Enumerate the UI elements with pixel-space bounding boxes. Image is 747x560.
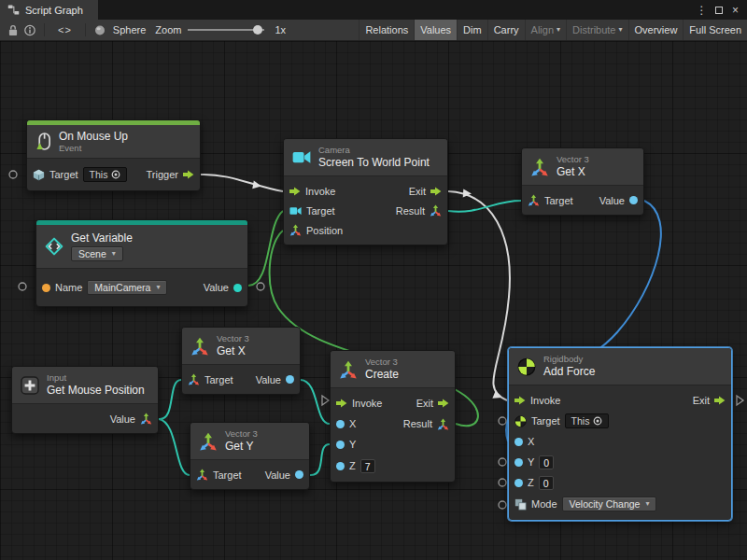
node-get-variable[interactable]: Get Variable Scene ▾ Name MainCamera ▾ bbox=[35, 219, 248, 307]
close-icon[interactable]: × bbox=[728, 3, 742, 17]
toolbar-button-carry[interactable]: Carry bbox=[487, 20, 525, 40]
rigidbody-port-icon[interactable] bbox=[514, 415, 527, 427]
vector3-port-icon[interactable] bbox=[528, 194, 540, 206]
port-label-value: Value bbox=[265, 469, 290, 481]
node-get-mouse-position[interactable]: Input Get Mouse Position Value bbox=[11, 366, 159, 434]
vector3-port-icon[interactable] bbox=[430, 204, 442, 217]
target-icon bbox=[111, 170, 120, 179]
y-value-field[interactable]: 0 bbox=[539, 455, 554, 469]
toolbar-button-distribute[interactable]: Distribute ▾ bbox=[566, 20, 627, 40]
zoom-slider[interactable] bbox=[188, 23, 268, 36]
chevron-down-icon: ▾ bbox=[112, 250, 116, 258]
kebab-menu-icon[interactable]: ⋮ bbox=[695, 3, 709, 17]
node-get-y[interactable]: Vector 3 Get Y Target Value bbox=[190, 422, 310, 490]
graph-canvas[interactable]: On Mouse Up Event Target This Tri bbox=[0, 41, 747, 560]
wire-getx-to-create-x[interactable] bbox=[301, 380, 330, 424]
enum-port-icon[interactable] bbox=[514, 498, 527, 511]
node-create-vector3[interactable]: Vector 3 Create Invoke Exit bbox=[330, 350, 456, 483]
wire-mouse-to-gety[interactable] bbox=[159, 419, 190, 475]
wire-camera-exit-to-addforce-invoke[interactable] bbox=[448, 191, 510, 400]
wire-gety-to-create-y[interactable] bbox=[310, 444, 330, 475]
flow-output-port[interactable] bbox=[438, 399, 449, 408]
toolbar-button-overview[interactable]: Overview bbox=[628, 20, 684, 40]
float-input-port[interactable] bbox=[514, 458, 523, 467]
value-output-port[interactable] bbox=[233, 284, 242, 292]
toolbar-button-label: Distribute bbox=[572, 24, 615, 35]
vector3-icon bbox=[199, 432, 218, 451]
chevron-down-icon: ▾ bbox=[557, 26, 560, 34]
node-get-x-upper[interactable]: Vector 3 Get X Target Value bbox=[521, 147, 644, 216]
node-category: Vector 3 bbox=[225, 429, 258, 439]
chip-label: This bbox=[90, 169, 108, 180]
display-toggle-group: Relations Values Dim Carry Align ▾ Distr… bbox=[359, 20, 747, 40]
node-title: Get X bbox=[557, 165, 589, 178]
flow-output-port[interactable] bbox=[430, 187, 442, 196]
vector3-port-icon[interactable] bbox=[140, 413, 152, 425]
toolbar-button-relations[interactable]: Relations bbox=[359, 20, 414, 40]
wire-variable-to-camera-target[interactable] bbox=[248, 211, 283, 286]
port-label-target: Target bbox=[306, 205, 335, 217]
vector3-port-icon[interactable] bbox=[289, 224, 302, 236]
flow-input-port[interactable] bbox=[514, 396, 526, 405]
toolbar-button-fullscreen[interactable]: Full Screen bbox=[683, 20, 747, 40]
mode-select[interactable]: Velocity Change ▾ bbox=[562, 497, 657, 511]
node-add-force[interactable]: Rigidbody Add Force Invoke Exit bbox=[508, 347, 732, 521]
flow-output-port[interactable] bbox=[714, 396, 726, 405]
variable-scope-select[interactable]: Scene ▾ bbox=[71, 246, 123, 261]
port-label-exit: Exit bbox=[409, 186, 426, 197]
string-port[interactable] bbox=[42, 284, 50, 292]
wire-mouse-to-getx[interactable] bbox=[159, 380, 181, 419]
port-label-invoke: Invoke bbox=[352, 398, 382, 409]
toolbar-button-dim[interactable]: Dim bbox=[457, 20, 487, 40]
rigidbody-icon bbox=[517, 357, 536, 376]
node-category: Vector 3 bbox=[557, 155, 589, 164]
target-this-chip[interactable]: This bbox=[565, 413, 610, 428]
float-input-port[interactable] bbox=[514, 438, 523, 446]
vector3-port-icon[interactable] bbox=[188, 373, 200, 385]
variable-icon bbox=[45, 237, 63, 256]
vector3-port-icon[interactable] bbox=[196, 469, 208, 481]
flow-input-port[interactable] bbox=[336, 399, 347, 408]
zoom-slider-knob[interactable] bbox=[253, 25, 262, 35]
port-label-mode: Mode bbox=[531, 498, 557, 510]
info-icon[interactable] bbox=[21, 21, 38, 38]
vector3-port-icon[interactable] bbox=[437, 418, 449, 430]
port-label-z: Z bbox=[349, 460, 356, 471]
lock-icon[interactable] bbox=[5, 21, 21, 38]
chevron-down-icon: ▾ bbox=[619, 26, 623, 34]
float-output-port[interactable] bbox=[286, 375, 294, 384]
graph-icon bbox=[7, 4, 20, 16]
port-label-y: Y bbox=[528, 456, 534, 468]
toolbar-button-align[interactable]: Align ▾ bbox=[525, 20, 566, 40]
tab-script-graph[interactable]: Script Graph bbox=[0, 0, 98, 20]
vector3-icon bbox=[190, 337, 209, 356]
float-output-port[interactable] bbox=[295, 470, 303, 479]
node-get-x-lower[interactable]: Vector 3 Get X Target Value bbox=[181, 327, 301, 395]
node-category: Rigidbody bbox=[543, 355, 595, 364]
maximize-icon[interactable] bbox=[712, 3, 726, 17]
z-value-field[interactable]: 7 bbox=[360, 459, 375, 473]
node-on-mouse-up[interactable]: On Mouse Up Event Target This Tri bbox=[26, 119, 201, 191]
z-value-field[interactable]: 0 bbox=[539, 476, 554, 490]
flow-output-port[interactable] bbox=[183, 170, 194, 179]
float-output-port[interactable] bbox=[629, 196, 638, 204]
port-label-invoke: Invoke bbox=[305, 186, 335, 197]
float-input-port[interactable] bbox=[514, 479, 523, 487]
toolbar-button-values[interactable]: Values bbox=[414, 20, 457, 40]
toolbar-button-label: Align bbox=[531, 24, 554, 35]
zoom-value: 1x bbox=[270, 24, 290, 35]
port-label-y: Y bbox=[349, 439, 356, 450]
port-label-result: Result bbox=[403, 418, 432, 429]
code-view-button[interactable]: <> bbox=[50, 24, 79, 35]
float-input-port[interactable] bbox=[336, 420, 345, 428]
float-input-port[interactable] bbox=[336, 462, 345, 470]
wire-trigger-to-camera-invoke[interactable] bbox=[201, 175, 283, 191]
variable-name-select[interactable]: MainCamera ▾ bbox=[87, 280, 167, 295]
node-title: Get Variable bbox=[71, 231, 133, 245]
target-this-chip[interactable]: This bbox=[83, 167, 128, 182]
float-input-port[interactable] bbox=[336, 441, 345, 449]
toolbar-separator bbox=[44, 23, 45, 36]
flow-input-port[interactable] bbox=[289, 187, 301, 196]
camera-port-icon[interactable] bbox=[289, 206, 302, 216]
node-screen-to-world-point[interactable]: Camera Screen To World Point Invoke Exit bbox=[283, 138, 448, 245]
